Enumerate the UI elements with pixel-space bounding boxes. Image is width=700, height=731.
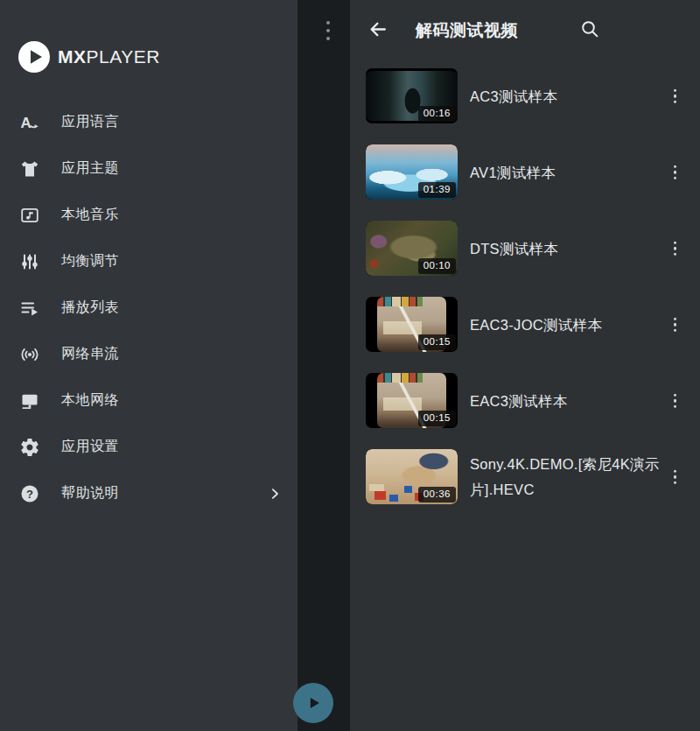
back-button[interactable] [367,18,388,40]
overflow-menu-icon[interactable] [325,19,332,42]
music-folder-icon [19,205,40,226]
broadcast-icon [19,344,40,365]
video-row[interactable]: 00:15 EAC3-JOC测试样本 [350,286,700,362]
navigation-drawer: MXPLAYER A 应用语言 应用主题 本地音乐 [0,0,298,731]
equalizer-icon [19,251,40,272]
duration-badge: 00:36 [418,487,456,503]
video-row[interactable]: 01:39 AV1测试样本 [350,134,700,210]
sidebar-item-local-music[interactable]: 本地音乐 [0,192,298,238]
duration-badge: 00:15 [418,411,456,426]
dimmed-content-strip [298,0,350,731]
sidebar-item-label: 播放列表 [61,299,286,317]
brand-text: MXPLAYER [58,46,160,67]
video-thumbnail[interactable]: 00:36 [366,449,458,504]
list-header: 解码测试视频 [350,0,700,58]
sidebar-item-label: 帮助说明 [61,484,246,503]
video-list: 00:16 AC3测试样本 01:39 AV1测试样本 00:10 DTS测试样… [350,58,700,515]
video-row[interactable]: 00:36 Sony.4K.DEMO.[索尼4K演示片].HEVC [350,439,700,515]
drawer-menu: A 应用语言 应用主题 本地音乐 均衡调节 [0,99,298,517]
gear-icon [19,437,40,458]
video-row[interactable]: 00:16 AC3测试样本 [350,58,700,134]
duration-badge: 01:39 [418,182,456,198]
row-more-icon[interactable] [671,238,680,258]
translate-icon: A [19,112,40,133]
page-title: 解码测试视频 [416,19,518,42]
sidebar-item-playlist[interactable]: 播放列表 [0,285,298,331]
sidebar-item-label: 均衡调节 [61,252,286,271]
sidebar-item-label: 应用语言 [61,113,286,131]
arrow-left-icon [367,18,388,40]
video-title: AC3测试样本 [470,83,669,109]
duration-badge: 00:16 [418,106,456,122]
duration-badge: 00:15 [418,334,456,350]
playlist-icon [19,298,40,319]
sidebar-item-network-stream[interactable]: 网络串流 [0,331,298,377]
sidebar-item-label: 本地网络 [61,391,286,410]
tshirt-icon [19,158,40,179]
video-title: EAC3测试样本 [470,388,669,413]
video-thumbnail[interactable]: 01:39 [366,144,458,200]
video-title: AV1测试样本 [470,159,669,185]
sidebar-item-app-theme[interactable]: 应用主题 [0,145,298,192]
play-logo-icon [18,41,50,73]
video-thumbnail[interactable]: 00:15 [366,373,458,428]
row-more-icon[interactable] [671,390,680,411]
sidebar-item-app-settings[interactable]: 应用设置 [0,424,298,470]
row-more-icon[interactable] [671,314,680,334]
row-more-icon[interactable] [671,467,680,487]
duration-badge: 00:10 [418,258,456,274]
row-more-icon[interactable] [671,162,680,182]
search-icon [579,18,600,39]
sidebar-item-equalizer[interactable]: 均衡调节 [0,238,298,285]
chevron-right-icon [267,486,283,502]
sidebar-item-app-language[interactable]: A 应用语言 [0,99,298,145]
video-thumbnail[interactable]: 00:10 [366,221,458,276]
computer-icon [19,390,40,411]
play-fab-button[interactable] [293,683,333,723]
brand-mx: MX [58,46,87,67]
video-title: Sony.4K.DEMO.[索尼4K演示片].HEVC [470,452,669,503]
sidebar-item-label: 应用设置 [61,438,286,456]
video-row[interactable]: 00:15 EAC3测试样本 [350,362,700,439]
video-row[interactable]: 00:10 DTS测试样本 [350,210,700,286]
mx-player-logo: MXPLAYER [18,41,160,73]
play-icon [304,693,323,713]
sidebar-item-help[interactable]: ? 帮助说明 [0,470,298,517]
video-thumbnail[interactable]: 00:16 [366,68,458,123]
sidebar-item-label: 应用主题 [61,159,286,178]
video-thumbnail[interactable]: 00:15 [366,297,458,352]
video-title: EAC3-JOC测试样本 [470,312,669,337]
sidebar-item-label: 本地音乐 [61,206,286,224]
mx-player-app: MXPLAYER A 应用语言 应用主题 本地音乐 [0,0,700,731]
search-button[interactable] [579,18,600,39]
video-title: DTS测试样本 [470,235,669,261]
svg-text:A: A [21,114,32,130]
video-list-panel: 解码测试视频 00:16 AC3测试样本 01:39 AV1测试样本 [350,0,700,731]
help-icon: ? [19,483,40,504]
row-more-icon[interactable] [671,86,680,106]
brand-player: PLAYER [87,46,160,67]
sidebar-item-local-network[interactable]: 本地网络 [0,377,298,424]
svg-text:?: ? [26,487,33,500]
sidebar-item-label: 网络串流 [61,345,286,363]
